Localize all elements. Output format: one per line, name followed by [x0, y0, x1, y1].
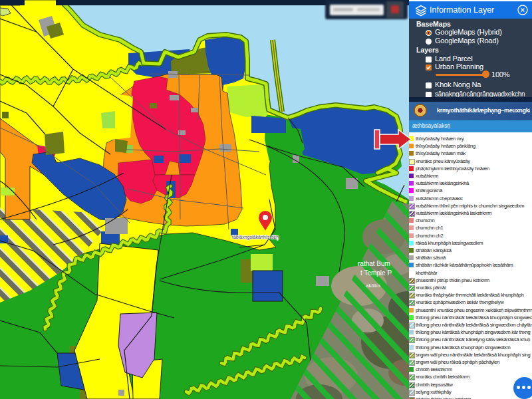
svg-text:tāblāxngslākārthīs dēņ: tāblāxngslākārthīs dēņ: [232, 235, 279, 240]
svg-text:rathat Bum: rathat Bum: [358, 260, 390, 267]
svg-text:akūtm: akūtm: [366, 283, 380, 289]
svg-text:t Temple P: t Temple P: [360, 269, 392, 277]
